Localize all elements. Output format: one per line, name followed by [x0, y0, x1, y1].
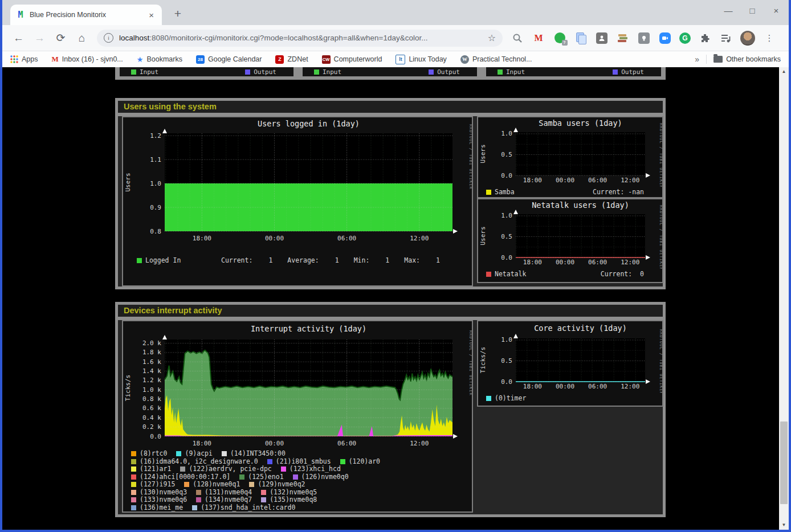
legend-item: (8)rtc0 — [131, 450, 167, 458]
core-activity-chart[interactable]: 0.00.51.018:0000:0006:0012:00Core activi… — [478, 321, 662, 393]
partial-graph-panel[interactable]: Input Output — [120, 67, 293, 76]
timer-swatch — [486, 396, 491, 401]
interrupt-activity-chart[interactable]: 0.00.2 k0.4 k0.6 k0.8 k1.0 k1.2 k1.4 k1.… — [123, 321, 472, 448]
legend-item: (128)nvme0q1 — [184, 481, 240, 489]
svg-text:1.0 k: 1.0 k — [142, 386, 161, 394]
users-logged-in-chart[interactable]: 0.80.91.01.11.218:0000:0006:0012:00Users… — [123, 117, 472, 253]
legend-row: (121)ar1(122)aerdrv, pcie-dpc(123)xhci_h… — [131, 465, 472, 473]
browser-menu-icon[interactable]: ⋮ — [763, 31, 776, 45]
svg-text:RRDTOOL / TOBI OETIKER: RRDTOOL / TOBI OETIKER — [659, 205, 662, 269]
svg-text:Ticks/s: Ticks/s — [479, 347, 487, 373]
window-minimize-button[interactable]: — — [724, 6, 733, 15]
gmail-extension-icon[interactable]: M — [532, 31, 545, 45]
wordpress-icon: W — [460, 55, 469, 64]
legend-item: (9)acpi — [176, 450, 212, 458]
netatalk-users-chart[interactable]: 0.00.51.018:0000:0006:0012:00Netatalk us… — [478, 199, 662, 269]
bookmark-inbox[interactable]: M Inbox (16) - sjvn0... — [52, 55, 123, 64]
svg-text:12:00: 12:00 — [410, 235, 429, 242]
bookmark-bookmarks[interactable]: ★ Bookmarks — [137, 55, 182, 64]
legend-item: (14)INT3450:00 — [222, 450, 286, 458]
legend-swatch — [267, 459, 272, 464]
input-legend-swatch — [498, 69, 503, 75]
input-legend-swatch — [314, 69, 319, 75]
legend-item: (137)snd_hda_intel:card0 — [192, 504, 295, 512]
svg-text:1.2: 1.2 — [150, 132, 161, 140]
lightbulb-extension-icon[interactable] — [637, 31, 651, 45]
svg-text:Users logged in (1day): Users logged in (1day) — [258, 119, 360, 128]
profile-avatar[interactable] — [740, 31, 755, 46]
grammarly-extension-icon[interactable]: G — [679, 32, 691, 44]
bookmark-practical-technology[interactable]: W Practical Technol... — [460, 55, 532, 64]
bookmark-star-icon[interactable]: ☆ — [488, 32, 496, 43]
samba-users-chart[interactable]: 0.00.51.018:0000:0006:0012:00Samba users… — [478, 117, 662, 187]
reload-button[interactable]: ⟳ — [50, 31, 71, 44]
scroll-up-button[interactable]: ▲ — [779, 67, 789, 76]
section-title-users: Users using the system — [118, 101, 663, 113]
bookmark-computerworld[interactable]: CW Computerworld — [322, 55, 382, 64]
partial-graph-panel[interactable]: Input Output — [486, 67, 661, 76]
logged-in-swatch — [137, 258, 142, 263]
core-activity-graph[interactable]: 0.00.51.018:0000:0006:0012:00Core activi… — [477, 320, 663, 407]
legend-swatch — [293, 474, 298, 480]
legend-swatch — [131, 459, 136, 464]
legend-item: (132)nvme0q5 — [261, 489, 317, 497]
back-button[interactable]: ← — [8, 32, 29, 44]
home-button[interactable]: ⌂ — [71, 32, 92, 44]
legend-item: (21)i801_smbus — [267, 458, 331, 466]
account-extension-icon[interactable] — [595, 31, 609, 45]
tab-close-icon[interactable]: × — [146, 10, 156, 20]
svg-text:Users: Users — [479, 226, 487, 245]
legend-swatch — [131, 466, 136, 472]
bookmark-linux-today[interactable]: lt Linux Today — [395, 55, 447, 64]
browser-toolbar: ← → ⟳ ⌂ i localhost:8080/monitorix-cgi/m… — [2, 25, 789, 51]
output-legend-swatch — [429, 69, 434, 75]
legend-item: (131)nvme0q4 — [196, 489, 252, 497]
extensions-puzzle-icon[interactable] — [698, 31, 712, 45]
bookmark-apps[interactable]: Apps — [10, 55, 38, 63]
bookmarks-bar: Apps M Inbox (16) - sjvn0... ★ Bookmarks… — [2, 51, 789, 67]
svg-text:18:00: 18:00 — [523, 383, 542, 390]
legend-swatch — [222, 451, 227, 456]
users-logged-in-graph[interactable]: 0.80.91.01.11.218:0000:0006:0012:00Users… — [122, 116, 473, 287]
phone-extension-icon[interactable]: ? — [553, 31, 566, 45]
partial-graph-panel[interactable]: Input Output — [303, 67, 477, 76]
netatalk-users-graph[interactable]: 0.00.51.018:0000:0006:0012:00Netatalk us… — [477, 198, 663, 283]
copy-extension-icon[interactable] — [574, 31, 588, 45]
legend-row: (136)mei_me(137)snd_hda_intel:card0 — [131, 504, 472, 512]
bookmarks-overflow-chevron[interactable]: » — [695, 55, 699, 64]
legend-swatch — [131, 482, 136, 487]
search-extension-icon[interactable] — [511, 31, 524, 45]
interrupt-activity-graph[interactable]: 0.00.2 k0.4 k0.6 k0.8 k1.0 k1.2 k1.4 k1.… — [122, 320, 473, 513]
scroll-down-button[interactable]: ▼ — [779, 521, 789, 530]
svg-text:2.0 k: 2.0 k — [142, 339, 161, 347]
bookmark-zdnet[interactable]: Z ZDNet — [275, 55, 308, 64]
vertical-scrollbar[interactable]: ▲ ▼ — [779, 67, 789, 530]
browser-tab[interactable]: M Blue Precision Monitorix × — [10, 5, 162, 25]
url-text[interactable]: localhost:8080/monitorix-cgi/monitorix.c… — [119, 34, 483, 42]
forward-button[interactable]: → — [29, 32, 50, 44]
svg-text:0.4 k: 0.4 k — [142, 414, 161, 421]
svg-text:Ticks/s: Ticks/s — [124, 375, 132, 401]
page-info-icon[interactable]: i — [104, 33, 113, 43]
svg-text:06:00: 06:00 — [588, 383, 607, 390]
svg-text:06:00: 06:00 — [588, 259, 607, 266]
monitorix-favicon: M — [16, 10, 25, 19]
legend-swatch — [131, 497, 136, 502]
scrollbar-thumb[interactable] — [780, 421, 788, 504]
svg-text:0.0: 0.0 — [501, 254, 512, 261]
window-close-button[interactable]: × — [772, 6, 781, 15]
svg-text:Core activity (1day): Core activity (1day) — [534, 324, 627, 333]
books-extension-icon[interactable] — [616, 31, 630, 45]
legend-swatch — [261, 490, 266, 495]
samba-users-graph[interactable]: 0.00.51.018:0000:0006:0012:00Samba users… — [477, 116, 663, 198]
playlist-extension-icon[interactable] — [719, 31, 733, 45]
window-maximize-button[interactable]: □ — [748, 6, 757, 15]
samba-legend: Samba Current: -nan — [478, 187, 662, 196]
new-tab-button[interactable]: + — [170, 7, 186, 21]
svg-text:06:00: 06:00 — [337, 235, 356, 242]
address-bar[interactable]: i localhost:8080/monitorix-cgi/monitorix… — [97, 30, 503, 47]
legend-item: (129)nvme0q2 — [249, 481, 305, 489]
other-bookmarks[interactable]: Other bookmarks — [713, 55, 781, 63]
bookmark-google-calendar[interactable]: 28 Google Calendar — [196, 55, 262, 64]
zoom-camera-extension-icon[interactable] — [658, 31, 672, 45]
